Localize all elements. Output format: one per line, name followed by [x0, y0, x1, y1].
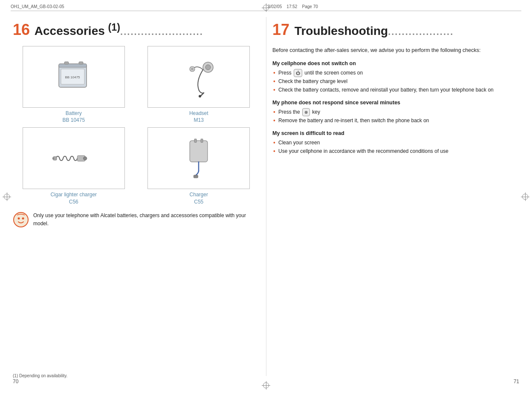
headset-box	[147, 46, 250, 108]
headset-illustration	[177, 55, 220, 98]
section-heading-1: My cellphone does not switch on	[272, 60, 519, 66]
cigar-name: Cigar lighter charger	[50, 191, 97, 198]
svg-rect-20	[194, 175, 198, 178]
cigar-item: Cigar lighter charger C56	[13, 127, 135, 206]
accessories-title-text: Accessories (1)	[32, 24, 120, 37]
header-center: 3/02/05 17:52 Page 70	[268, 4, 318, 9]
cigar-model: C56	[50, 198, 97, 206]
battery-model: BB 10475	[62, 117, 85, 124]
svg-rect-16	[190, 141, 208, 162]
charger-box	[147, 127, 250, 189]
bullet-1-2: Check the battery charge level	[272, 77, 519, 86]
headset-label: Headset M13	[189, 110, 208, 124]
page-number-left: 70	[13, 379, 18, 384]
main-content: 16 Accessories (1)......................…	[13, 17, 519, 372]
svg-point-9	[199, 95, 201, 98]
charger-label: Charger C55	[190, 191, 208, 206]
battery-box: BB 10475	[23, 46, 125, 108]
accessories-dots: ........................	[120, 26, 203, 37]
svg-point-13	[83, 157, 87, 160]
charger-model: C55	[190, 198, 208, 206]
end-key-icon: ⊗	[302, 108, 310, 116]
svg-rect-2	[64, 62, 69, 64]
troubleshooting-title-text: Troubleshooting	[291, 24, 388, 37]
charger-illustration	[177, 137, 220, 180]
battery-label: Battery BB 10475	[62, 110, 85, 124]
svg-point-7	[205, 65, 211, 70]
reg-mark-top	[262, 3, 270, 12]
header-left: OH1_UM_AM_GB-03-02-05	[11, 4, 64, 9]
headset-name: Headset	[189, 110, 208, 117]
bullet-2-1: Press the ⊗ key	[272, 108, 519, 116]
svg-text:BB 10475: BB 10475	[65, 75, 80, 79]
right-column: 17 Troubleshooting................... Be…	[272, 17, 519, 372]
section-1-bullets: Press ⏻ until the screen comes on Check …	[272, 69, 519, 95]
bullet-3-1: Clean your screen	[272, 138, 519, 147]
page-numbers: 70 71	[13, 379, 519, 384]
footnote: (1) Depending on availability.	[13, 373, 67, 378]
page-number-right: 71	[514, 379, 519, 384]
svg-rect-3	[79, 62, 83, 64]
headset-item: Headset M13	[138, 46, 260, 124]
battery-item: BB 10475 Battery BB 10475	[13, 46, 135, 124]
bullet-1-3: Check the battery contacts, remove and r…	[272, 86, 519, 94]
power-key-icon: ⏻	[294, 69, 302, 77]
accessories-chapter-title: 16 Accessories (1)......................…	[13, 21, 260, 38]
troubleshooting-chapter-title: 17 Troubleshooting...................	[272, 21, 519, 38]
troubleshooting-dots: ...................	[388, 26, 454, 37]
charger-item: Charger C55	[138, 127, 260, 206]
notice-icon	[13, 212, 29, 229]
bullet-2-2: Remove the battery and re-insert it, the…	[272, 116, 519, 125]
svg-point-21	[14, 212, 28, 227]
cigar-illustration	[52, 137, 95, 180]
battery-illustration: BB 10475	[52, 55, 95, 98]
accessories-chapter-num: 16	[13, 21, 30, 38]
intro-text: Before contacting the after-sales servic…	[272, 46, 519, 55]
notice-text: Only use your telephone with Alcatel bat…	[33, 212, 260, 228]
svg-point-23	[22, 217, 24, 219]
charger-name: Charger	[190, 191, 208, 198]
bullet-1-1: Press ⏻ until the screen comes on	[272, 69, 519, 77]
headset-model: M13	[189, 117, 208, 124]
svg-rect-17	[194, 139, 197, 142]
battery-name: Battery	[62, 110, 85, 117]
svg-rect-18	[201, 139, 203, 142]
notice-box: Only use your telephone with Alcatel bat…	[13, 212, 260, 229]
cigar-label: Cigar lighter charger C56	[50, 191, 97, 206]
accessories-grid: BB 10475 Battery BB 10475	[13, 46, 260, 206]
cigar-box	[23, 127, 125, 189]
accessories-superscript: (1)	[108, 22, 121, 33]
alcatel-icon	[13, 212, 29, 228]
section-heading-2: My phone does not respond since several …	[272, 100, 519, 106]
section-2-bullets: Press the ⊗ key Remove the battery and r…	[272, 108, 519, 125]
reg-mark-left	[3, 192, 11, 201]
troubleshooting-chapter-num: 17	[272, 21, 289, 38]
svg-point-22	[18, 217, 20, 219]
bullet-3-2: Use your cellphone in accordance with th…	[272, 147, 519, 155]
svg-point-11	[191, 68, 194, 70]
section-heading-3: My screen is difficult to read	[272, 130, 519, 136]
reg-mark-right	[521, 192, 529, 201]
left-column: 16 Accessories (1)......................…	[13, 17, 260, 372]
footnote-text: (1) Depending on availability.	[13, 373, 67, 378]
section-3-bullets: Clean your screen Use your cellphone in …	[272, 138, 519, 156]
